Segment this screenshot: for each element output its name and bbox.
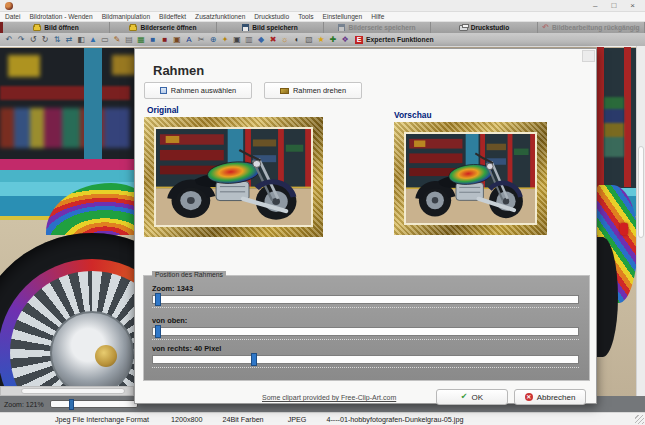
image-dimensions-label: 1200x800 — [171, 415, 203, 424]
text-tool-icon[interactable]: A — [183, 34, 195, 45]
menu-item-einstellungen[interactable]: Einstellungen — [323, 13, 363, 20]
expert-functions-button[interactable]: E Experten Funktionen — [355, 36, 434, 44]
frame-rotate-icon — [280, 88, 289, 94]
horizontal-scrollbar[interactable] — [0, 386, 134, 396]
wand-icon[interactable]: ✚ — [327, 34, 339, 45]
zoom-slider[interactable] — [50, 400, 138, 408]
brightness-icon[interactable]: ☼ — [279, 34, 291, 45]
red-square-icon[interactable]: ■ — [159, 34, 171, 45]
file-format-label: Jpeg File Interchange Format — [55, 415, 149, 424]
file-type-label: JPEG — [288, 415, 307, 424]
disk-icon — [338, 24, 345, 31]
rahmen-dialog: Rahmen Rahmen auswählen Rahmen drehen Or… — [134, 48, 597, 404]
window-frame-bar — [597, 47, 604, 187]
undo-icon: ↶ — [542, 25, 549, 31]
folder-icon — [129, 25, 137, 31]
sparkle-icon[interactable]: ✦ — [219, 34, 231, 45]
levels-icon[interactable]: ▤ — [123, 34, 135, 45]
maximize-button[interactable]: □ — [611, 0, 616, 12]
select-frame-button[interactable]: Rahmen auswählen — [144, 82, 252, 99]
slider-label-von-oben: von oben: — [152, 316, 579, 325]
open-image-button[interactable]: Bild öffnen — [3, 22, 110, 33]
vertical-scrollbar[interactable] — [636, 46, 645, 396]
clipart-credit-link[interactable]: Some clipart provided by Free-Clip-Art.c… — [262, 394, 396, 401]
print-studio-button[interactable]: Druckstudio — [431, 22, 538, 33]
histogram-icon[interactable]: ▦ — [135, 34, 147, 45]
delete-icon[interactable]: ✖ — [267, 34, 279, 45]
frame-icon[interactable]: ▣ — [231, 34, 243, 45]
store-shelf — [0, 86, 130, 100]
minimize-button[interactable]: – — [593, 0, 597, 12]
title-bar: – □ × — [0, 0, 645, 12]
menu-item-druckstudio[interactable]: Druckstudio — [254, 13, 289, 20]
groupbox-legend: Position des Rahmens — [152, 271, 226, 278]
original-label: Original — [147, 105, 179, 115]
slider-label-zoom: Zoom: 1343 — [152, 284, 579, 293]
effects-icon[interactable]: ❖ — [339, 34, 351, 45]
crop-icon[interactable]: ▭ — [99, 34, 111, 45]
mirror-icon[interactable]: ◧ — [75, 34, 87, 45]
ok-button[interactable]: ✔ OK — [436, 389, 508, 405]
zoom-slider-thumb[interactable] — [69, 399, 74, 410]
store-shelf — [604, 97, 624, 157]
menu-item-hilfe[interactable]: Hilfe — [371, 13, 384, 20]
flip-vertical-icon[interactable]: ⇅ — [51, 34, 63, 45]
menu-bar: Datei Bildrotation - Wenden Bildmanipula… — [0, 12, 645, 22]
cancel-button[interactable]: ✕ Abbrechen — [514, 389, 586, 405]
von-rechts-slider-thumb[interactable] — [251, 353, 257, 366]
frame-select-icon — [160, 87, 167, 94]
shade-icon[interactable]: ▧ — [303, 34, 315, 45]
menu-item-tools[interactable]: Tools — [298, 13, 313, 20]
menu-item-zusatzfunktionen[interactable]: Zusatzfunktionen — [195, 13, 245, 20]
zoom-level-label: Zoom: 121% — [4, 401, 44, 408]
icon-toolbar: ↶↷↺↻⇅⇄◧▲▭✎▤▦■■▣A✂⊕✦▣▥◆✖☼◐▧★✚❖ E Experten… — [0, 33, 645, 46]
von-oben-slider-ticks — [152, 336, 579, 340]
flip-horizontal-icon[interactable]: ⇄ — [63, 34, 75, 45]
dialog-close-button[interactable] — [582, 50, 595, 62]
resize-grip[interactable] — [635, 415, 644, 424]
contrast-icon[interactable]: ◐ — [291, 34, 303, 45]
brush-icon[interactable]: ✎ — [111, 34, 123, 45]
diamond-icon[interactable]: ◆ — [255, 34, 267, 45]
menu-item-bildeffekt[interactable]: Bildeffekt — [159, 13, 186, 20]
von-oben-slider[interactable] — [152, 327, 579, 336]
save-image-button[interactable]: Bild speichern — [217, 22, 324, 33]
rotate-left-icon[interactable]: ↶ — [3, 34, 15, 45]
rotate-frame-button[interactable]: Rahmen drehen — [264, 82, 362, 99]
zoom-slider-thumb[interactable] — [155, 293, 161, 306]
menu-item-bildrotation-wenden[interactable]: Bildrotation - Wenden — [29, 13, 92, 20]
frame-position-groupbox: Position des Rahmens Zoom: 1343von oben:… — [143, 275, 590, 381]
cancel-x-icon: ✕ — [525, 393, 533, 401]
von-rechts-slider-ticks — [152, 364, 579, 368]
vertical-scrollbar-thumb[interactable] — [638, 146, 644, 238]
von-oben-slider-thumb[interactable] — [155, 325, 161, 338]
expert-e-icon: E — [355, 36, 363, 44]
zoom-plus-icon[interactable]: ⊕ — [207, 34, 219, 45]
star-icon[interactable]: ★ — [315, 34, 327, 45]
store-pillar — [84, 48, 102, 161]
undo-button: ↶ Bildbearbeitung rückgängig — [538, 22, 645, 33]
rotate-right-icon[interactable]: ↷ — [15, 34, 27, 45]
open-image-series-button[interactable]: Bilderserie öffnen — [110, 22, 217, 33]
close-button[interactable]: × — [630, 0, 635, 12]
layers-icon[interactable]: ▥ — [243, 34, 255, 45]
menu-item-bildmanipulation[interactable]: Bildmanipulation — [102, 13, 150, 20]
von-rechts-slider[interactable] — [152, 355, 579, 364]
store-sign — [8, 55, 40, 77]
rotate-ccw-icon[interactable]: ↺ — [27, 34, 39, 45]
blue-square-icon[interactable]: ■ — [147, 34, 159, 45]
picture-icon[interactable]: ▣ — [171, 34, 183, 45]
dialog-title: Rahmen — [153, 63, 204, 78]
scissors-icon[interactable]: ✂ — [195, 34, 207, 45]
status-bar: Jpeg File Interchange Format 1200x800 24… — [0, 412, 645, 425]
original-framed-image — [144, 117, 323, 237]
folder-icon — [33, 25, 41, 31]
zoom-slider[interactable] — [152, 295, 579, 304]
menu-item-datei[interactable]: Datei — [5, 13, 20, 20]
app-logo-icon — [5, 2, 13, 10]
pointer-icon[interactable]: ▲ — [87, 34, 99, 45]
horizontal-scrollbar-thumb[interactable] — [21, 388, 125, 394]
filename-label: 4----01-hobbyfotografen-Dunkelgrau-05.jp… — [326, 415, 463, 424]
window-frame-bar — [624, 47, 631, 187]
rotate-cw-icon[interactable]: ↻ — [39, 34, 51, 45]
